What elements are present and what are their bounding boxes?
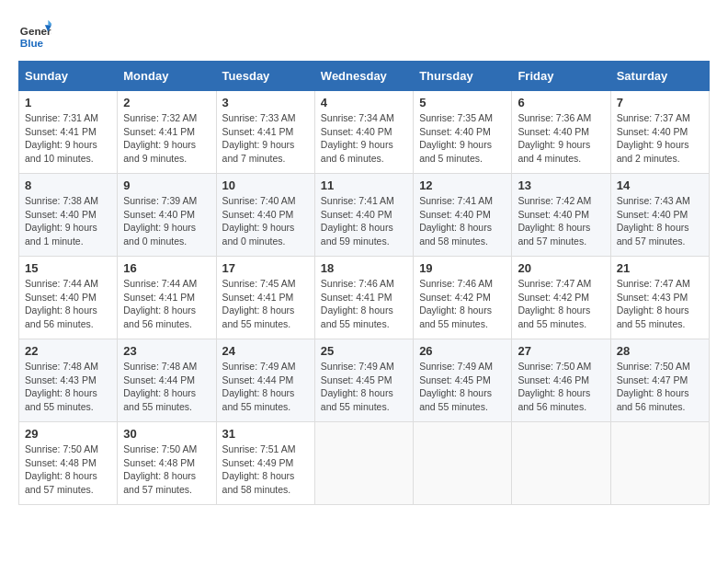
calendar-table: SundayMondayTuesdayWednesdayThursdayFrid… [18, 61, 710, 505]
weekday-header-friday: Friday [512, 62, 610, 91]
day-info: Sunrise: 7:31 AMSunset: 4:41 PMDaylight:… [25, 111, 111, 166]
calendar-cell: 10Sunrise: 7:40 AMSunset: 4:40 PMDayligh… [216, 174, 314, 257]
day-number: 15 [25, 261, 111, 275]
svg-marker-3 [48, 20, 51, 25]
calendar-cell: 29Sunrise: 7:50 AMSunset: 4:48 PMDayligh… [19, 422, 118, 505]
calendar-cell: 20Sunrise: 7:47 AMSunset: 4:42 PMDayligh… [512, 257, 610, 339]
day-number: 8 [25, 178, 111, 192]
logo: General Blue [18, 18, 51, 52]
day-number: 20 [518, 261, 604, 275]
day-info: Sunrise: 7:49 AMSunset: 4:45 PMDaylight:… [321, 360, 407, 414]
day-number: 26 [419, 344, 506, 358]
day-number: 6 [518, 96, 604, 109]
calendar-week-5: 29Sunrise: 7:50 AMSunset: 4:48 PMDayligh… [19, 422, 710, 505]
calendar-cell: 14Sunrise: 7:43 AMSunset: 4:40 PMDayligh… [610, 174, 709, 257]
day-info: Sunrise: 7:45 AMSunset: 4:41 PMDaylight:… [222, 277, 309, 331]
day-info: Sunrise: 7:35 AMSunset: 4:40 PMDaylight:… [419, 111, 506, 166]
day-number: 19 [419, 261, 506, 275]
day-number: 3 [222, 96, 309, 109]
day-number: 31 [222, 427, 309, 441]
day-number: 13 [518, 178, 604, 192]
calendar-cell: 2Sunrise: 7:32 AMSunset: 4:41 PMDaylight… [118, 91, 216, 174]
calendar-cell: 23Sunrise: 7:48 AMSunset: 4:44 PMDayligh… [118, 339, 216, 422]
calendar-cell: 9Sunrise: 7:39 AMSunset: 4:40 PMDaylight… [118, 174, 216, 257]
day-info: Sunrise: 7:46 AMSunset: 4:41 PMDaylight:… [321, 277, 407, 331]
calendar-cell: 26Sunrise: 7:49 AMSunset: 4:45 PMDayligh… [414, 339, 512, 422]
page-header: General Blue [18, 18, 710, 52]
calendar-cell: 27Sunrise: 7:50 AMSunset: 4:46 PMDayligh… [512, 339, 610, 422]
calendar-cell: 7Sunrise: 7:37 AMSunset: 4:40 PMDaylight… [610, 91, 709, 174]
calendar-cell: 13Sunrise: 7:42 AMSunset: 4:40 PMDayligh… [512, 174, 610, 257]
weekday-header-sunday: Sunday [19, 62, 118, 91]
day-info: Sunrise: 7:44 AMSunset: 4:41 PMDaylight:… [123, 277, 210, 331]
day-info: Sunrise: 7:47 AMSunset: 4:42 PMDaylight:… [518, 277, 604, 331]
weekday-header-saturday: Saturday [610, 62, 709, 91]
day-info: Sunrise: 7:48 AMSunset: 4:43 PMDaylight:… [25, 360, 111, 414]
day-info: Sunrise: 7:32 AMSunset: 4:41 PMDaylight:… [123, 111, 210, 166]
day-info: Sunrise: 7:49 AMSunset: 4:45 PMDaylight:… [419, 360, 506, 414]
calendar-cell: 5Sunrise: 7:35 AMSunset: 4:40 PMDaylight… [414, 91, 512, 174]
day-number: 4 [321, 96, 407, 109]
day-info: Sunrise: 7:42 AMSunset: 4:40 PMDaylight:… [518, 194, 604, 248]
day-info: Sunrise: 7:50 AMSunset: 4:47 PMDaylight:… [617, 360, 703, 414]
day-number: 30 [123, 427, 210, 441]
day-info: Sunrise: 7:39 AMSunset: 4:40 PMDaylight:… [123, 194, 210, 248]
day-info: Sunrise: 7:50 AMSunset: 4:48 PMDaylight:… [25, 442, 111, 497]
calendar-cell: 12Sunrise: 7:41 AMSunset: 4:40 PMDayligh… [414, 174, 512, 257]
day-number: 10 [222, 178, 309, 192]
day-info: Sunrise: 7:38 AMSunset: 4:40 PMDaylight:… [25, 194, 111, 248]
day-info: Sunrise: 7:36 AMSunset: 4:40 PMDaylight:… [518, 111, 604, 166]
weekday-header-tuesday: Tuesday [216, 62, 314, 91]
calendar-week-2: 8Sunrise: 7:38 AMSunset: 4:40 PMDaylight… [19, 174, 710, 257]
calendar-cell: 6Sunrise: 7:36 AMSunset: 4:40 PMDaylight… [512, 91, 610, 174]
day-number: 22 [25, 344, 111, 358]
day-info: Sunrise: 7:33 AMSunset: 4:41 PMDaylight:… [222, 111, 309, 166]
weekday-header-thursday: Thursday [414, 62, 512, 91]
day-number: 9 [123, 178, 210, 192]
calendar-cell [314, 422, 413, 505]
day-info: Sunrise: 7:37 AMSunset: 4:40 PMDaylight:… [617, 111, 703, 166]
calendar-cell: 11Sunrise: 7:41 AMSunset: 4:40 PMDayligh… [314, 174, 413, 257]
day-number: 17 [222, 261, 309, 275]
calendar-cell: 30Sunrise: 7:50 AMSunset: 4:48 PMDayligh… [118, 422, 216, 505]
calendar-week-3: 15Sunrise: 7:44 AMSunset: 4:40 PMDayligh… [19, 257, 710, 339]
day-number: 18 [321, 261, 407, 275]
day-info: Sunrise: 7:41 AMSunset: 4:40 PMDaylight:… [321, 194, 407, 248]
calendar-cell: 21Sunrise: 7:47 AMSunset: 4:43 PMDayligh… [610, 257, 709, 339]
day-number: 11 [321, 178, 407, 192]
calendar-cell: 25Sunrise: 7:49 AMSunset: 4:45 PMDayligh… [314, 339, 413, 422]
day-number: 23 [123, 344, 210, 358]
day-number: 25 [321, 344, 407, 358]
calendar-week-1: 1Sunrise: 7:31 AMSunset: 4:41 PMDaylight… [19, 91, 710, 174]
calendar-cell: 24Sunrise: 7:49 AMSunset: 4:44 PMDayligh… [216, 339, 314, 422]
day-info: Sunrise: 7:51 AMSunset: 4:49 PMDaylight:… [222, 442, 309, 497]
day-info: Sunrise: 7:46 AMSunset: 4:42 PMDaylight:… [419, 277, 506, 331]
day-number: 29 [25, 427, 111, 441]
day-number: 16 [123, 261, 210, 275]
calendar-cell: 3Sunrise: 7:33 AMSunset: 4:41 PMDaylight… [216, 91, 314, 174]
day-number: 12 [419, 178, 506, 192]
day-number: 5 [419, 96, 506, 109]
day-number: 2 [123, 96, 210, 109]
day-number: 24 [222, 344, 309, 358]
calendar-cell: 19Sunrise: 7:46 AMSunset: 4:42 PMDayligh… [414, 257, 512, 339]
weekday-header-wednesday: Wednesday [314, 62, 413, 91]
day-info: Sunrise: 7:43 AMSunset: 4:40 PMDaylight:… [617, 194, 703, 248]
calendar-cell [512, 422, 610, 505]
day-info: Sunrise: 7:50 AMSunset: 4:46 PMDaylight:… [518, 360, 604, 414]
calendar-cell: 31Sunrise: 7:51 AMSunset: 4:49 PMDayligh… [216, 422, 314, 505]
day-info: Sunrise: 7:44 AMSunset: 4:40 PMDaylight:… [25, 277, 111, 331]
day-number: 1 [25, 96, 111, 109]
day-number: 14 [617, 178, 703, 192]
calendar-header: SundayMondayTuesdayWednesdayThursdayFrid… [19, 62, 710, 91]
calendar-cell: 1Sunrise: 7:31 AMSunset: 4:41 PMDaylight… [19, 91, 118, 174]
svg-text:Blue: Blue [20, 37, 44, 49]
calendar-cell [414, 422, 512, 505]
day-number: 27 [518, 344, 604, 358]
day-info: Sunrise: 7:48 AMSunset: 4:44 PMDaylight:… [123, 360, 210, 414]
calendar-cell: 28Sunrise: 7:50 AMSunset: 4:47 PMDayligh… [610, 339, 709, 422]
calendar-cell: 16Sunrise: 7:44 AMSunset: 4:41 PMDayligh… [118, 257, 216, 339]
day-info: Sunrise: 7:34 AMSunset: 4:40 PMDaylight:… [321, 111, 407, 166]
day-info: Sunrise: 7:49 AMSunset: 4:44 PMDaylight:… [222, 360, 309, 414]
day-number: 28 [617, 344, 703, 358]
